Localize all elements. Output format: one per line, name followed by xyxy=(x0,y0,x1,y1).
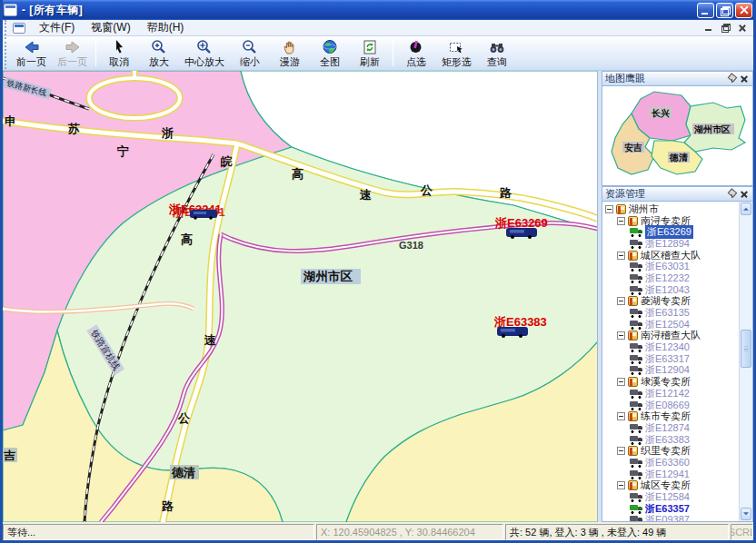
point-select-button[interactable]: 点选 xyxy=(396,37,436,69)
zoom-center-icon xyxy=(195,39,214,55)
overview-panel: 地图鹰眼 长兴 湖州市区 安吉 xyxy=(602,71,753,186)
tree-scrollbar[interactable] xyxy=(739,202,752,521)
resource-tree: 湖州市 南浔专卖所 浙E63269 浙E12894 城区稽查大队 浙E63031… xyxy=(602,202,753,522)
truck-offline-icon xyxy=(630,493,642,501)
svg-text:公: 公 xyxy=(420,183,433,197)
scroll-thumb[interactable] xyxy=(741,330,751,368)
refresh-button[interactable]: 刷新 xyxy=(350,37,390,69)
svg-text:德清: 德清 xyxy=(171,466,195,479)
query-button[interactable]: 查询 xyxy=(477,37,517,69)
close-icon[interactable] xyxy=(738,189,750,200)
mdi-restore-button[interactable] xyxy=(719,22,732,34)
minimize-button[interactable] xyxy=(697,3,714,18)
pan-tool-button[interactable]: 漫游 xyxy=(270,37,310,69)
zoom-out-tool-button[interactable]: 缩小 xyxy=(230,37,270,69)
svg-text:宁: 宁 xyxy=(116,144,129,158)
status-message: 等待... xyxy=(3,524,314,540)
toolbar-separator xyxy=(95,40,96,66)
svg-text:高: 高 xyxy=(181,232,193,246)
window-title: - [所有车辆] xyxy=(22,3,83,18)
expand-toggle[interactable] xyxy=(617,217,625,225)
resource-panel-titlebar: 资源管理 xyxy=(602,186,753,202)
svg-text:苏: 苏 xyxy=(67,122,80,135)
restore-button[interactable] xyxy=(716,3,733,18)
tree-node-vehicle[interactable]: 浙E09387 xyxy=(603,515,738,521)
map-svg: 申 苏 浙 宁 皖 高 速 公 路 高 速 公 路 G318 xyxy=(3,71,598,522)
svg-text:浙: 浙 xyxy=(161,126,174,140)
cursor-icon xyxy=(110,39,128,55)
rect-select-icon xyxy=(448,39,466,55)
expand-toggle[interactable] xyxy=(617,252,625,260)
svg-text:申: 申 xyxy=(5,114,16,128)
toolbar: 前一页 后一页 取消 放大 中心放大 xyxy=(3,36,753,71)
expand-toggle[interactable] xyxy=(617,412,625,420)
menu-help[interactable]: 帮助(H) xyxy=(139,19,193,36)
expand-toggle[interactable] xyxy=(605,205,613,213)
resource-panel-title: 资源管理 xyxy=(605,187,726,201)
svg-text:安吉: 安吉 xyxy=(624,143,642,153)
title-bar: - [所有车辆] xyxy=(0,0,756,20)
overview-map[interactable]: 长兴 湖州市区 安吉 德清 xyxy=(602,86,753,186)
refresh-icon xyxy=(361,39,379,55)
expand-toggle[interactable] xyxy=(617,378,625,386)
next-page-button[interactable]: 后一页 xyxy=(52,37,93,69)
pan-hand-icon xyxy=(281,39,299,55)
zoom-in-tool-button[interactable]: 放大 xyxy=(139,37,179,69)
full-extent-button[interactable]: 全图 xyxy=(310,37,350,69)
mdi-child-icon[interactable] xyxy=(13,23,25,34)
expand-toggle[interactable] xyxy=(617,481,625,489)
cancel-tool-button[interactable]: 取消 xyxy=(99,37,139,69)
rect-select-button[interactable]: 矩形选 xyxy=(436,37,477,69)
center-zoom-tool-button[interactable]: 中心放大 xyxy=(179,37,230,69)
expand-toggle[interactable] xyxy=(617,331,625,340)
status-bar: 等待... X: 120.45904825 , Y: 30.84466204 共… xyxy=(3,522,753,540)
menu-bar: 文件(F) 视窗(W) 帮助(H) xyxy=(3,20,753,36)
svg-text:高: 高 xyxy=(292,167,303,181)
truck-offline-icon xyxy=(630,459,642,467)
resource-panel: 资源管理 湖州市 南浔专卖所 浙E63269 浙E12894 城区稽查大队 浙E… xyxy=(602,186,753,522)
pin-icon[interactable] xyxy=(726,189,738,200)
svg-text:浙E63269: 浙E63269 xyxy=(494,216,548,230)
arrow-left-icon xyxy=(23,39,41,55)
binoculars-icon xyxy=(488,39,506,55)
scroll-down-button[interactable] xyxy=(741,508,751,520)
menu-file[interactable]: 文件(F) xyxy=(31,19,83,36)
pin-icon[interactable] xyxy=(726,74,738,84)
truck-offline-icon xyxy=(630,321,642,329)
city-label-huzhou: 湖州市区 xyxy=(301,269,361,284)
truck-offline-icon xyxy=(630,401,642,410)
organization-icon xyxy=(628,251,638,261)
organization-icon xyxy=(628,216,638,226)
zoom-in-icon xyxy=(150,39,168,55)
vehicle-marker[interactable]: 浙E63241 浙E63241 xyxy=(168,202,225,220)
svg-text:路: 路 xyxy=(161,499,174,513)
organization-icon xyxy=(628,296,638,306)
svg-text:湖州市区: 湖州市区 xyxy=(693,124,731,134)
svg-text:皖: 皖 xyxy=(220,154,233,168)
svg-text:速: 速 xyxy=(359,188,372,202)
svg-text:吉: 吉 xyxy=(4,449,15,462)
truck-online-icon xyxy=(630,228,642,236)
mdi-minimize-button[interactable] xyxy=(702,22,716,34)
prev-page-button[interactable]: 前一页 xyxy=(11,37,52,69)
map-canvas[interactable]: 申 苏 浙 宁 皖 高 速 公 路 高 速 公 路 G318 xyxy=(3,71,598,522)
organization-icon xyxy=(616,204,626,214)
mdi-close-button[interactable] xyxy=(735,22,749,34)
region-label-anji-clipped: 吉 xyxy=(3,448,17,462)
close-icon[interactable] xyxy=(738,74,750,84)
scroll-lock-indicator: SCRL xyxy=(731,524,753,540)
app-icon xyxy=(4,4,17,16)
truck-offline-icon xyxy=(630,366,642,374)
region-label-deqing: 德清 xyxy=(170,465,199,479)
vehicle-counts: 共: 52 辆, 登入: 3 辆 , 未登入: 49 辆 xyxy=(505,524,729,540)
expand-toggle[interactable] xyxy=(617,447,625,455)
truck-offline-icon xyxy=(630,343,642,351)
menu-view[interactable]: 视窗(W) xyxy=(83,19,138,36)
scroll-up-button[interactable] xyxy=(741,202,751,215)
truck-offline-icon xyxy=(630,470,642,479)
truck-offline-icon xyxy=(630,355,642,363)
close-button[interactable] xyxy=(735,3,752,18)
overview-panel-titlebar: 地图鹰眼 xyxy=(602,71,753,86)
toolbar-separator xyxy=(393,40,393,66)
expand-toggle[interactable] xyxy=(617,297,625,305)
